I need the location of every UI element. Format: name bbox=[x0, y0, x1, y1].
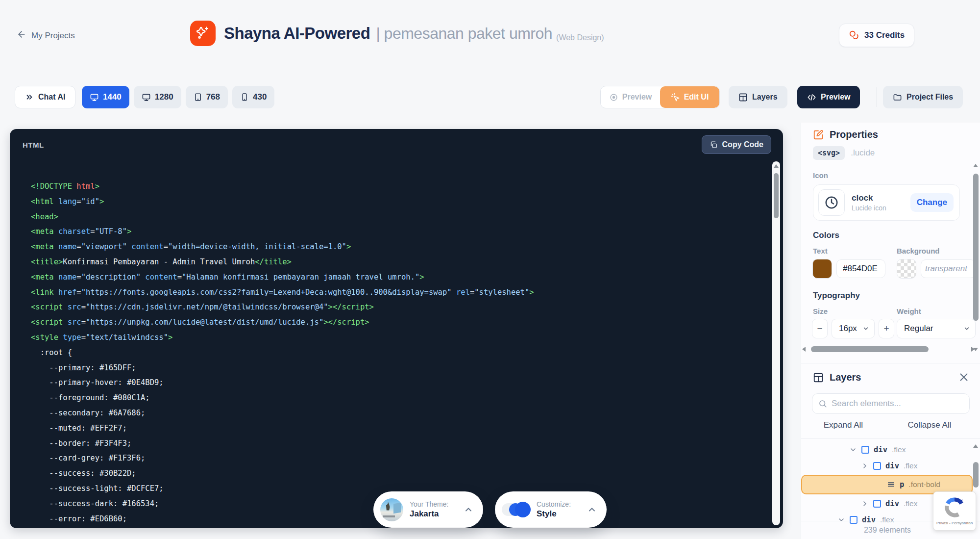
collapse-all-button[interactable]: Collapse All bbox=[907, 420, 951, 430]
credits-button[interactable]: 33 Credits bbox=[839, 24, 914, 47]
scroll-up-arrow[interactable] bbox=[774, 164, 779, 168]
box-icon bbox=[873, 462, 881, 470]
layers-button[interactable]: Layers bbox=[729, 86, 787, 108]
viewport-button-1440[interactable]: 1440 bbox=[82, 86, 129, 108]
clock-icon bbox=[824, 195, 839, 210]
monitor-icon bbox=[90, 93, 99, 102]
size-select[interactable]: 16px bbox=[832, 319, 875, 338]
layer-tree-row-div[interactable]: div.flex bbox=[801, 441, 975, 458]
customize-style-pill[interactable]: Customize: Style bbox=[495, 491, 607, 528]
recaptcha-icon bbox=[944, 497, 965, 518]
chat-ai-button[interactable]: Chat AI bbox=[15, 86, 75, 108]
sparkles-icon bbox=[196, 26, 210, 41]
v-scrollbar-thumb[interactable] bbox=[973, 174, 979, 321]
customize-value: Style bbox=[537, 509, 571, 519]
mode-preview-button[interactable]: Preview bbox=[601, 86, 660, 108]
chevron-right-icon[interactable] bbox=[861, 462, 869, 470]
weight-value: Regular bbox=[904, 324, 933, 334]
properties-header: Properties bbox=[813, 129, 878, 140]
size-value: 16px bbox=[839, 324, 857, 334]
properties-horizontal-scrollbar[interactable] bbox=[802, 346, 975, 353]
search-elements-input[interactable] bbox=[832, 399, 963, 409]
layer-tree-row-div[interactable]: div.flex bbox=[801, 458, 975, 474]
recaptcha-badge[interactable]: Privasi - Persyaratan bbox=[933, 491, 976, 531]
code-line: <!DOCTYPE html> bbox=[31, 179, 768, 194]
close-layers-button[interactable] bbox=[958, 372, 969, 385]
h-scrollbar-thumb[interactable] bbox=[811, 346, 929, 352]
layer-class: .font-bold bbox=[908, 480, 940, 489]
theme-pill[interactable]: Your Theme: Jakarta bbox=[373, 491, 483, 528]
copy-code-button[interactable]: Copy Code bbox=[702, 135, 771, 154]
scroll-up-arrow[interactable] bbox=[973, 164, 978, 167]
copy-icon bbox=[710, 141, 718, 149]
tablet-icon bbox=[194, 93, 202, 102]
background-color-swatch[interactable] bbox=[897, 259, 916, 279]
code-content[interactable]: <!DOCTYPE html><html lang="id"><head><me… bbox=[10, 160, 783, 527]
project-type: (Web Design) bbox=[556, 33, 604, 46]
box-icon bbox=[861, 446, 869, 454]
scroll-left-arrow[interactable] bbox=[802, 347, 806, 352]
size-increase-button[interactable]: + bbox=[879, 319, 894, 338]
customize-label: Customize: bbox=[537, 500, 571, 508]
app-window: My Projects Shayna AI-Powered | pemesana… bbox=[0, 0, 980, 539]
layers-panel-title: Layers bbox=[830, 372, 861, 383]
code-line: <title>Konfirmasi Pembayaran - Admin Tra… bbox=[31, 255, 768, 270]
text-color-swatch[interactable] bbox=[812, 259, 832, 279]
close-icon bbox=[958, 372, 969, 383]
layer-tag: div bbox=[874, 445, 887, 454]
code-line: --muted: #EFF2F7; bbox=[31, 421, 768, 436]
back-to-projects[interactable]: My Projects bbox=[17, 29, 75, 42]
divider bbox=[801, 363, 980, 363]
chevron-right-icon[interactable] bbox=[861, 500, 869, 508]
credits-label: 33 Credits bbox=[864, 30, 905, 40]
code-line: <link href="https://fonts.googleapis.com… bbox=[31, 285, 768, 300]
code-line: --border: #F3F4F3; bbox=[31, 436, 768, 451]
background-color-input[interactable] bbox=[921, 259, 976, 278]
code-scrollbar[interactable] bbox=[772, 161, 780, 525]
monitor-icon bbox=[142, 93, 151, 102]
scroll-up-arrow[interactable] bbox=[973, 444, 978, 448]
project-title-row: Shayna AI-Powered | pemesanan paket umro… bbox=[190, 21, 604, 46]
search-icon bbox=[818, 399, 827, 408]
typography-heading: Typography bbox=[813, 291, 860, 301]
text-color-input[interactable] bbox=[836, 259, 885, 278]
layers-button-label: Layers bbox=[752, 93, 778, 102]
page-title: Shayna AI-Powered bbox=[224, 24, 370, 43]
recaptcha-label: Privasi - Persyaratan bbox=[936, 521, 973, 525]
code-line: <html lang="id"> bbox=[31, 194, 768, 209]
change-icon-button[interactable]: Change bbox=[910, 193, 954, 212]
code-line: <style type="text/tailwindcss"> bbox=[31, 330, 768, 345]
chevron-down-icon[interactable] bbox=[837, 516, 845, 524]
layers-scrollbar-thumb[interactable] bbox=[973, 462, 979, 488]
theme-value: Jakarta bbox=[410, 509, 448, 519]
viewport-button-430[interactable]: 430 bbox=[232, 86, 274, 108]
scroll-down-arrow[interactable] bbox=[973, 348, 978, 351]
code-preview-button[interactable]: Preview bbox=[797, 86, 860, 108]
expand-all-button[interactable]: Expand All bbox=[824, 420, 863, 430]
size-decrease-button[interactable]: − bbox=[812, 319, 828, 338]
colors-heading: Colors bbox=[813, 231, 839, 240]
properties-vertical-scrollbar[interactable] bbox=[973, 162, 979, 353]
mode-edit-ui-button[interactable]: Edit UI bbox=[660, 86, 719, 108]
code-editor-header: HTML Copy Code bbox=[10, 129, 783, 160]
viewport-button-768[interactable]: 768 bbox=[186, 86, 228, 108]
chevron-down-icon bbox=[862, 325, 869, 332]
preview-eye-icon bbox=[609, 93, 618, 102]
viewport-button-1280[interactable]: 1280 bbox=[134, 86, 181, 108]
code-line: --foreground: #080C1A; bbox=[31, 390, 768, 406]
layer-tag: div bbox=[862, 515, 876, 524]
code-line: <script src="https://unpkg.com/lucide@la… bbox=[31, 315, 768, 330]
chevron-down-icon[interactable] bbox=[849, 446, 857, 454]
project-files-button[interactable]: Project Files bbox=[883, 86, 963, 108]
weight-select[interactable]: Regular bbox=[897, 319, 976, 338]
size-label: Size bbox=[813, 307, 828, 315]
code-line: --secondary: #6A7686; bbox=[31, 406, 768, 421]
chat-ai-label: Chat AI bbox=[38, 93, 65, 102]
back-arrow-icon bbox=[17, 29, 26, 42]
coins-icon bbox=[849, 30, 859, 41]
icon-type: Lucide icon bbox=[852, 204, 910, 212]
code-line: :root { bbox=[31, 345, 768, 360]
code-scrollbar-thumb[interactable] bbox=[774, 173, 779, 218]
viewport-size-group: 14401280768430 bbox=[82, 86, 274, 108]
code-line: <meta name="viewport" content="width=dev… bbox=[31, 239, 768, 255]
